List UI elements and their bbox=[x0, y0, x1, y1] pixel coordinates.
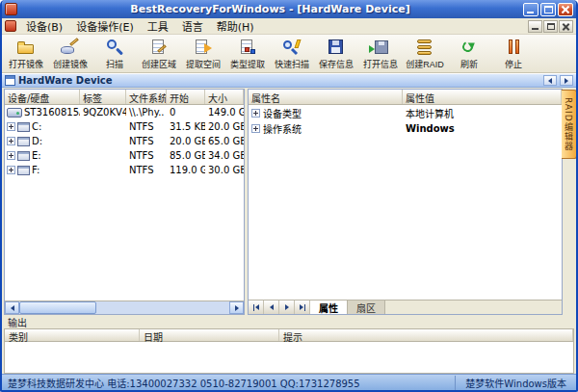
size-cell: 34.0 GB bbox=[205, 148, 244, 163]
property-value-cell: 本地计算机 bbox=[403, 105, 562, 120]
panel-prev-button[interactable] bbox=[543, 75, 557, 86]
size-cell: 30.0 GB bbox=[205, 163, 244, 177]
open-info-button[interactable]: 打开信息 bbox=[358, 36, 403, 71]
close-button[interactable] bbox=[558, 3, 573, 16]
label-cell: 9QZ0KV4C bbox=[80, 105, 126, 119]
first-icon bbox=[255, 304, 259, 310]
col-message[interactable]: 提示 bbox=[279, 329, 573, 341]
col-size[interactable]: 大小 bbox=[205, 90, 244, 104]
panel-next-button[interactable] bbox=[560, 75, 573, 86]
properties-header: 属性名 属性值 bbox=[249, 90, 562, 105]
output-table-header: 类别 日期 提示 bbox=[4, 328, 574, 342]
output-panel: 输出 类别 日期 提示 bbox=[2, 316, 576, 374]
fs-cell: NTFS bbox=[126, 148, 167, 163]
device-tree-panel: 设备/硬盘 标签 文件系统 开始 大小 ST3160815AS.. 9QZ0KV… bbox=[4, 89, 245, 315]
type-extract-button[interactable]: 类型提取 bbox=[225, 36, 270, 71]
nav-last-button[interactable] bbox=[295, 301, 310, 314]
tab-properties[interactable]: 属性 bbox=[310, 301, 348, 314]
menu-device[interactable]: 设备(B) bbox=[19, 17, 69, 35]
create-image-button[interactable]: 创建镜像 bbox=[48, 36, 92, 71]
refresh-button[interactable]: 刷新 bbox=[447, 36, 491, 71]
mdi-close-button[interactable] bbox=[559, 20, 573, 33]
scroll-left-button[interactable] bbox=[5, 301, 19, 314]
property-value-cell: Windows bbox=[403, 120, 562, 136]
expand-icon[interactable] bbox=[7, 166, 15, 174]
size-cell: 65.0 GB bbox=[205, 134, 244, 148]
create-raid-icon bbox=[413, 38, 436, 57]
col-date[interactable]: 日期 bbox=[140, 329, 279, 341]
tab-sectors[interactable]: 扇区 bbox=[348, 301, 385, 314]
output-caption: 输出 bbox=[4, 316, 574, 328]
table-row-volume-f[interactable]: F: NTFS 119.0 GB 30.0 GB bbox=[5, 163, 244, 177]
table-row-disk[interactable]: ST3160815AS.. 9QZ0KV4C \\.\Phy.. 0 149.0… bbox=[5, 105, 244, 119]
open-image-button[interactable]: 打开镜像 bbox=[4, 36, 48, 71]
scroll-right-button[interactable] bbox=[229, 301, 244, 314]
scan-button[interactable]: 扫描 bbox=[92, 36, 137, 71]
nav-next-button[interactable] bbox=[279, 301, 295, 314]
mdi-minimize-button[interactable] bbox=[528, 20, 542, 33]
title-bar[interactable]: BestRecoveryForWindows - [HardWare Devic… bbox=[2, 0, 576, 18]
start-cell: 0 bbox=[167, 105, 205, 119]
property-row-device-type[interactable]: 设备类型 本地计算机 bbox=[249, 105, 562, 120]
label-cell bbox=[80, 148, 126, 163]
open-image-icon bbox=[14, 38, 38, 57]
raid-editor-tab[interactable]: RAID编辑器 bbox=[562, 90, 577, 159]
app-icon bbox=[5, 3, 17, 15]
menu-tools[interactable]: 工具 bbox=[141, 17, 175, 35]
start-cell: 31.5 KB bbox=[167, 119, 205, 134]
expand-icon[interactable] bbox=[7, 137, 15, 145]
col-filesystem[interactable]: 文件系统 bbox=[126, 90, 167, 104]
fs-cell: NTFS bbox=[126, 119, 167, 134]
expand-icon[interactable] bbox=[7, 122, 15, 131]
col-property-name[interactable]: 属性名 bbox=[249, 90, 403, 104]
minimize-icon bbox=[527, 12, 534, 13]
quick-scan-button[interactable]: 快速扫描 bbox=[270, 36, 314, 71]
stop-button[interactable]: 停止 bbox=[491, 36, 536, 71]
col-start[interactable]: 开始 bbox=[167, 90, 205, 104]
device-table-empty-area bbox=[5, 177, 244, 301]
mdi-restore-button[interactable] bbox=[543, 20, 558, 33]
maximize-button[interactable] bbox=[540, 3, 556, 16]
start-cell: 119.0 GB bbox=[167, 163, 205, 177]
col-device[interactable]: 设备/硬盘 bbox=[5, 90, 80, 104]
maximize-icon bbox=[544, 6, 553, 13]
extract-space-icon bbox=[192, 38, 215, 57]
left-arrow-icon bbox=[11, 305, 14, 311]
window-title: BestRecoveryForWindows - [HardWare Devic… bbox=[17, 3, 523, 15]
menu-help[interactable]: 帮助(H) bbox=[210, 17, 261, 35]
status-contact-info: 楚梦科技数据研发中心 电话:13400027332 0510-82719001 … bbox=[2, 376, 455, 390]
type-extract-icon bbox=[236, 38, 259, 57]
save-info-button[interactable]: 保存信息 bbox=[314, 36, 358, 71]
mdi-minimize-icon bbox=[532, 28, 539, 30]
device-name-cell: ST3160815AS.. bbox=[5, 105, 80, 119]
expand-icon[interactable] bbox=[251, 109, 260, 118]
volume-icon bbox=[17, 122, 30, 132]
table-row-volume-d[interactable]: D: NTFS 20.0 GB 65.0 GB bbox=[5, 134, 244, 148]
property-row-os[interactable]: 操作系统 Windows bbox=[249, 120, 562, 136]
extract-space-button[interactable]: 提取空间 bbox=[181, 36, 225, 71]
table-row-volume-e[interactable]: E: NTFS 85.0 GB 34.0 GB bbox=[5, 148, 244, 163]
expand-icon[interactable] bbox=[7, 151, 15, 160]
horizontal-scrollbar[interactable] bbox=[5, 301, 244, 314]
last-icon bbox=[300, 304, 303, 310]
col-label[interactable]: 标签 bbox=[80, 90, 126, 104]
nav-first-button[interactable] bbox=[249, 301, 264, 314]
properties-empty-area bbox=[249, 136, 562, 300]
scrollbar-thumb[interactable] bbox=[19, 301, 96, 314]
create-region-button[interactable]: 创建区域 bbox=[137, 36, 181, 71]
menu-device-operation[interactable]: 设备操作(E) bbox=[69, 17, 141, 35]
scrollbar-track[interactable] bbox=[19, 301, 229, 314]
fs-cell: NTFS bbox=[126, 163, 167, 177]
col-property-value[interactable]: 属性值 bbox=[403, 90, 562, 104]
quick-scan-icon bbox=[280, 38, 303, 57]
create-raid-button[interactable]: 创建RAID bbox=[403, 36, 447, 71]
table-row-volume-c[interactable]: C: NTFS 31.5 KB 20.0 GB bbox=[5, 119, 244, 134]
property-name-cell: 操作系统 bbox=[249, 120, 403, 136]
nav-prev-button[interactable] bbox=[264, 301, 279, 314]
expand-icon[interactable] bbox=[251, 124, 260, 133]
minimize-button[interactable] bbox=[523, 3, 539, 16]
right-dock-strip: RAID编辑器 bbox=[563, 89, 576, 315]
status-bar: 楚梦科技数据研发中心 电话:13400027332 0510-82719001 … bbox=[2, 374, 576, 390]
menu-language[interactable]: 语言 bbox=[175, 17, 210, 35]
col-category[interactable]: 类别 bbox=[5, 329, 140, 341]
